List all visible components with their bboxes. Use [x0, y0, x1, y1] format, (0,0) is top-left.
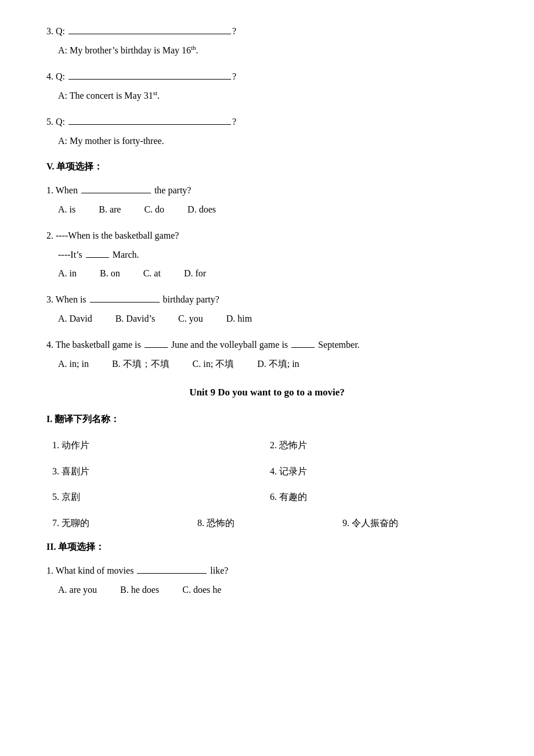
- v-q4-middle: June and the volleyball game is: [169, 337, 290, 354]
- translate-item-4: 4. 记录片: [270, 461, 488, 483]
- translate-item-3: 3. 喜剧片: [52, 461, 270, 483]
- translate-item-8: 8. 恐怖的: [197, 513, 342, 534]
- v-q1-blank[interactable]: [81, 193, 151, 193]
- translate-item-1: 1. 动作片: [52, 435, 270, 456]
- v-q2-section: 2. ----When is the basketball game? ----…: [46, 228, 488, 282]
- v-q4-blank1[interactable]: [145, 347, 168, 348]
- q3-answer: A: My brother’s birthday is May 16th.: [46, 42, 488, 59]
- partII-header: II. 单项选择：: [46, 539, 488, 556]
- v-q2-subline: ----It’s March.: [46, 247, 488, 264]
- q5-section: 5. Q: ? A: My mother is forty-three.: [46, 114, 488, 150]
- q4-section: 4. Q: ? A: The concert is May 31st.: [46, 69, 488, 105]
- translate-item-6: 6. 有趣的: [270, 487, 488, 508]
- q4-suffix: ?: [232, 69, 236, 85]
- option-a: A. are you: [58, 582, 97, 599]
- v-q3-after: birthday party?: [161, 291, 219, 308]
- option-c: C. do: [144, 201, 164, 218]
- option-b: B. David’s: [116, 311, 155, 327]
- option-c: C. does he: [182, 582, 221, 599]
- option-a: A. in; in: [58, 356, 89, 373]
- option-c: C. at: [143, 265, 161, 282]
- v-q1-question: 1. When the party?: [46, 182, 488, 199]
- v-q3-options: A. David B. David’s C. you D. him: [46, 311, 488, 327]
- q3-blank[interactable]: [68, 34, 231, 34]
- translate-item-7: 7. 无聊的: [52, 513, 197, 534]
- v-q3-blank[interactable]: [90, 302, 160, 303]
- v-q2-sub-after: March.: [110, 247, 139, 264]
- ii-q1-blank[interactable]: [137, 573, 207, 574]
- partI-header: I. 翻译下列名称：: [46, 411, 488, 428]
- translate-item-9: 9. 令人振奋的: [342, 513, 488, 534]
- option-a: A. in: [58, 265, 77, 282]
- option-b: B. are: [99, 201, 121, 218]
- v-q1-options: A. is B. are C. do D. does: [46, 201, 488, 218]
- option-d: D. 不填; in: [257, 356, 299, 373]
- v-q4-question: 4. The basketball game is June and the v…: [46, 337, 488, 354]
- q5-blank[interactable]: [68, 124, 231, 125]
- v-q1-num: 1. When: [46, 182, 80, 199]
- ii-q1-after: like?: [208, 563, 228, 579]
- ii-q1-text: 1. What kind of movies: [46, 563, 136, 579]
- option-c: C. in; 不填: [193, 356, 234, 373]
- v-q2-text: 2. ----When is the basketball game?: [46, 228, 179, 244]
- option-a: A. David: [58, 311, 92, 327]
- option-b: B. he does: [120, 582, 159, 599]
- v-q2-blank[interactable]: [86, 257, 109, 258]
- v-q4-section: 4. The basketball game is June and the v…: [46, 337, 488, 373]
- unit9-title: Unit 9 Do you want to go to a movie?: [46, 384, 488, 402]
- ii-q1-section: 1. What kind of movies like? A. are you …: [46, 563, 488, 599]
- v-q3-question: 3. When is birthday party?: [46, 291, 488, 308]
- v-q4-options: A. in; in B. 不填；不填 C. in; 不填 D. 不填; in: [46, 356, 488, 373]
- option-d: D. him: [226, 311, 252, 327]
- v-q4-text: 4. The basketball game is: [46, 337, 143, 354]
- q3-question: 3. Q: ?: [46, 23, 488, 40]
- q5-question: 5. Q: ?: [46, 114, 488, 131]
- v-q2-sub-text: ----It’s: [58, 247, 85, 264]
- q5-suffix: ?: [232, 114, 236, 131]
- q3-label: 3. Q:: [46, 23, 65, 40]
- v-q4-blank2[interactable]: [291, 347, 315, 348]
- q5-label: 5. Q:: [46, 114, 65, 131]
- partV-header: V. 单项选择：: [46, 159, 488, 175]
- translate-grid-3: 5. 京剧 6. 有趣的: [46, 487, 488, 508]
- option-a: A. is: [58, 201, 75, 218]
- v-q1-text: the party?: [152, 182, 192, 199]
- q3-section: 3. Q: ? A: My brother’s birthday is May …: [46, 23, 488, 59]
- v-q2-question: 2. ----When is the basketball game?: [46, 228, 488, 244]
- translate-grid-1: 1. 动作片 2. 恐怖片: [46, 435, 488, 456]
- q3-suffix: ?: [232, 23, 236, 40]
- ii-q1-question: 1. What kind of movies like?: [46, 563, 488, 579]
- q4-question: 4. Q: ?: [46, 69, 488, 85]
- q4-blank[interactable]: [68, 79, 231, 80]
- v-q1-section: 1. When the party? A. is B. are C. do D.…: [46, 182, 488, 218]
- option-d: D. does: [187, 201, 216, 218]
- q4-answer: A: The concert is May 31st.: [46, 88, 488, 105]
- v-q2-options: A. in B. on C. at D. for: [46, 265, 488, 282]
- option-b: B. on: [100, 265, 120, 282]
- translate-item-5: 5. 京剧: [52, 487, 270, 508]
- v-q4-after: September.: [316, 337, 360, 354]
- option-c: C. you: [178, 311, 203, 327]
- translate-grid-2: 3. 喜剧片 4. 记录片: [46, 461, 488, 483]
- v-q3-text: 3. When is: [46, 291, 89, 308]
- option-d: D. for: [184, 265, 206, 282]
- q5-answer: A: My mother is forty-three.: [46, 133, 488, 150]
- translate-item-2: 2. 恐怖片: [270, 435, 488, 456]
- option-b: B. 不填；不填: [112, 356, 169, 373]
- v-q3-section: 3. When is birthday party? A. David B. D…: [46, 291, 488, 327]
- q4-label: 4. Q:: [46, 69, 65, 85]
- translate-grid-4: 7. 无聊的 8. 恐怖的 9. 令人振奋的: [46, 513, 488, 534]
- ii-q1-options: A. are you B. he does C. does he: [46, 582, 488, 599]
